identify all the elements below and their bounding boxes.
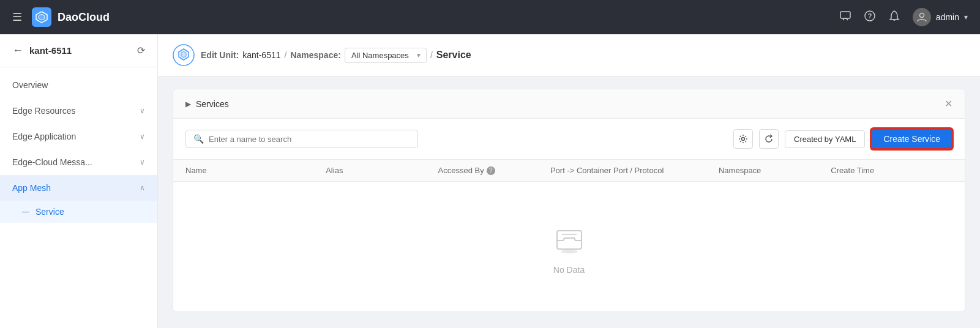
refresh-icon[interactable]: ⟳ <box>137 45 145 56</box>
panel-expand-icon[interactable]: ▶ <box>185 100 191 108</box>
svg-point-12 <box>561 250 578 253</box>
empty-inbox-icon <box>550 218 589 258</box>
breadcrumb-icon <box>173 44 195 66</box>
chevron-down-icon: ∨ <box>140 106 145 115</box>
col-namespace: Namespace <box>719 166 831 175</box>
namespace-selector[interactable]: All Namespaces <box>345 48 427 63</box>
user-chevron: ▾ <box>964 13 968 21</box>
sidebar-item-edge-cloud[interactable]: Edge-Cloud Messa... ∨ <box>0 149 157 175</box>
chevron-down-icon: ∨ <box>140 158 145 166</box>
panel-header: ▶ Services ✕ <box>173 89 965 119</box>
namespace-label: Namespace: <box>290 50 341 60</box>
user-menu[interactable]: admin ▾ <box>913 8 968 26</box>
search-icon: 🔍 <box>193 134 204 144</box>
sidebar-header: ← kant-6511 ⟳ <box>0 34 157 67</box>
search-box[interactable]: 🔍 <box>185 130 418 148</box>
help-icon[interactable]: ? <box>864 10 876 25</box>
chat-icon[interactable] <box>839 10 851 25</box>
logo-text: DaoCloud <box>58 11 110 24</box>
sidebar-item-app-mesh[interactable]: App Mesh ∧ <box>0 175 157 201</box>
bell-icon[interactable] <box>888 10 900 25</box>
hamburger-icon[interactable]: ☰ <box>12 10 22 24</box>
svg-marker-1 <box>39 14 45 20</box>
main-content: Edit Unit: kant-6511 / Namespace: All Na… <box>158 34 980 328</box>
search-input[interactable] <box>209 135 410 144</box>
svg-marker-8 <box>181 51 186 58</box>
svg-text:?: ? <box>867 12 872 20</box>
sidebar-item-service[interactable]: Service <box>0 201 157 223</box>
content-area: ▶ Services ✕ 🔍 <box>158 76 980 324</box>
sidebar-item-edge-resources[interactable]: Edge Resources ∨ <box>0 98 157 124</box>
yaml-button[interactable]: Created by YAML <box>785 130 865 148</box>
logo-icon <box>32 7 51 27</box>
user-avatar <box>913 8 931 26</box>
col-name: Name <box>185 166 326 175</box>
sidebar-title: kant-6511 <box>29 45 72 56</box>
page-title: Service <box>436 50 471 61</box>
svg-point-9 <box>742 138 745 141</box>
toolbar-actions: Created by YAML Create Service <box>733 129 952 149</box>
top-navigation: ☰ DaoCloud ? <box>0 0 980 34</box>
settings-icon[interactable] <box>733 129 753 149</box>
sidebar-navigation: Overview Edge Resources ∨ Edge Applicati… <box>0 67 157 328</box>
col-accessed-by: Accessed By ? <box>438 166 550 175</box>
svg-point-5 <box>919 13 924 18</box>
sidebar-item-overview[interactable]: Overview <box>0 72 157 98</box>
user-name: admin <box>936 12 959 22</box>
col-alias: Alias <box>326 166 438 175</box>
chevron-down-icon: ∨ <box>140 132 145 141</box>
panel-close-icon[interactable]: ✕ <box>944 98 952 110</box>
accessed-by-help-icon[interactable]: ? <box>487 166 495 175</box>
svg-rect-2 <box>840 12 850 18</box>
breadcrumb: Edit Unit: kant-6511 / Namespace: All Na… <box>158 34 980 76</box>
chevron-up-icon: ∧ <box>140 184 145 192</box>
edit-unit-label: Edit Unit: <box>201 50 239 60</box>
refresh-icon[interactable] <box>759 129 779 149</box>
col-create-time: Create Time <box>831 166 952 175</box>
namespace-dropdown[interactable]: All Namespaces <box>345 48 427 63</box>
panel-title: Services <box>196 99 229 109</box>
sidebar-item-edge-application[interactable]: Edge Application ∨ <box>0 124 157 149</box>
empty-state: No Data <box>173 182 965 311</box>
unit-name: kant-6511 <box>242 50 280 60</box>
sidebar: ← kant-6511 ⟳ Overview Edge Resources ∨ … <box>0 34 158 328</box>
create-service-button[interactable]: Create Service <box>871 129 952 149</box>
col-port: Port -> Container Port / Protocol <box>550 166 719 175</box>
back-button[interactable]: ← <box>12 44 23 57</box>
toolbar: 🔍 <box>173 119 965 160</box>
table-header: Name Alias Accessed By ? Port -> Contain… <box>173 160 965 182</box>
empty-text: No Data <box>553 265 585 275</box>
services-panel: ▶ Services ✕ 🔍 <box>173 89 965 312</box>
breadcrumb-text: Edit Unit: kant-6511 / Namespace: All Na… <box>201 48 471 63</box>
logo: DaoCloud <box>32 7 110 27</box>
